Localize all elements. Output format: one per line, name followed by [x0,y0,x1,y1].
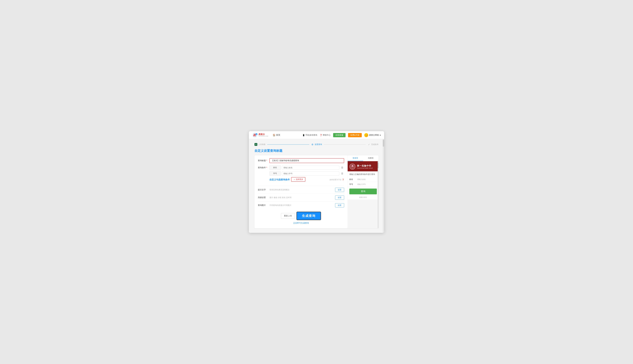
condition-name-label-2: 学号 [270,171,281,176]
dropdown-hint: 如何设置为下拉 ❓ [330,178,344,181]
logo-text: 易查分 [258,133,268,136]
delete-condition-1-icon[interactable]: 🗑 [340,166,344,169]
svg-text:Y: Y [256,134,257,135]
nav-right: 📱 手机发布查询 ❓ 帮助中心 在线客服 续费&升级 😊 易查分帮助 ▾ [302,133,381,137]
settings-row-advanced: 高级设置 显示 修改 分组 签名 定时等 设置 [258,194,344,202]
school-logo: 🌸 ✦ [349,164,356,170]
step-upload-label: 上传表格 [258,143,266,146]
preview-scrollbar[interactable] [378,161,378,228]
generate-hint: 点击即可生成查询 [293,222,309,224]
home-icon: 🏠 [273,134,276,136]
form-card: 查询标题 * 查询条件 * 姓名 [254,156,378,228]
school-name-en: Experimental Middle School [357,168,373,169]
complete-icon: ✓ [368,143,370,146]
condition-name-input[interactable] [282,166,339,170]
query-title-row: 查询标题 * [258,158,344,163]
preview-tab-login[interactable]: 登录页 [348,156,363,161]
custom-label: 自定义勾选查询条件 [270,178,290,181]
logo-sub: YICHAFEN.COM [258,136,268,137]
online-service-button[interactable]: 在线客服 [333,133,346,137]
reupload-button[interactable]: 重新上传 [281,213,295,219]
add-more-button[interactable]: ＋ 选择更多 [291,177,305,182]
logo[interactable]: 易 Y 易查分 YICHAFEN.COM [252,132,268,138]
main-scrollbar[interactable] [383,139,384,233]
question-icon: ❓ [342,179,344,181]
condition-label: 查询条件 * [258,165,268,169]
help-icon: ❓ [320,134,322,136]
steps: X 上传表格 ⚙ 设置查询 ✓ 完成发布 [254,143,378,146]
preview-panel: 登录页 结果页 🌸 ✦ [348,156,378,228]
help-center-link[interactable]: ❓ 帮助中心 [320,134,330,136]
condition-row-name: 姓名 🗑 [270,165,344,170]
nav-home-link[interactable]: 🏠 首页 [273,134,280,136]
scrollbar-thumb [378,162,378,168]
step-settings: ⚙ 设置查询 [311,143,322,146]
svg-text:🌸: 🌸 [352,165,354,167]
preview-query-button[interactable]: 查询 [349,188,377,194]
settings-row-image: 查询图片 不同查询内容显示不同图片 设置 [258,202,344,209]
school-name-block: 第一实验中学 Experimental Middle School [357,164,373,169]
preview-hint-text: 请输入正确的查询条件进行查询 [348,171,378,177]
preview-field-name: 姓名 请输入姓名 [348,177,378,182]
preview-body: 🌸 ✦ 第一实验中学 Experimental Middle School [348,161,378,228]
navbar: 易 Y 易查分 YICHAFEN.COM 🏠 首页 📱 手机发布查询 ❓ 帮助中… [249,131,384,139]
chevron-down-icon: ▾ [380,134,381,136]
preview-tab-result[interactable]: 结果页 [363,156,379,161]
main-scrollbar-thumb [383,140,384,147]
upgrade-button[interactable]: 续费&升级 [348,133,362,137]
settings-row-hint: 提示文字 登录页和结果页说明图文 设置 [258,186,344,194]
action-row: 重新上传 生成查询 点击即可生成查询 [258,209,344,226]
condition-studentid-input[interactable] [282,172,339,176]
condition-name-label-1: 姓名 [270,165,281,170]
form-left: 查询标题 * 查询条件 * 姓名 [254,156,348,228]
browser-window: 易 Y 易查分 YICHAFEN.COM 🏠 首页 📱 手机发布查询 ❓ 帮助中… [249,131,384,233]
action-btns: 重新上传 生成查询 [281,212,321,220]
step-upload: X 上传表格 [254,143,266,146]
settings-icon: ⚙ [311,143,314,146]
preview-school-header: 🌸 ✦ 第一实验中学 Experimental Middle School [348,161,378,171]
preview-footer: 易查分演示 [348,194,378,200]
step-complete-label: 完成发布 [371,143,378,146]
logo-icon: 易 Y [252,132,258,138]
query-title-input[interactable] [270,158,344,163]
add-more-row: 自定义勾选查询条件 ＋ 选择更多 如何设置为下拉 ❓ [270,177,344,182]
step-complete: ✓ 完成发布 [368,143,378,146]
generate-button[interactable]: 生成查询 [296,212,321,220]
school-name-cn: 第一实验中学 [357,164,373,168]
user-avatar: 😊 [364,133,368,137]
advanced-settings-button[interactable]: 设置 [335,196,344,200]
step-settings-label: 设置查询 [315,143,322,146]
svg-text:易: 易 [253,134,256,137]
excel-icon: X [254,143,257,146]
settings-rows: 提示文字 登录页和结果页说明图文 设置 高级设置 显示 修改 分组 签名 定时等… [258,186,344,209]
condition-block: 姓名 🗑 学号 🗑 自定义勾选查询条件 [270,165,344,184]
mobile-publish-link[interactable]: 📱 手机发布查询 [302,134,317,136]
query-title-label: 查询标题 * [258,158,268,162]
preview-tabs: 登录页 结果页 [348,156,378,161]
hint-settings-button[interactable]: 设置 [335,188,344,192]
delete-condition-2-icon[interactable]: 🗑 [340,172,344,175]
page-title: 自定义设置查询标题 [254,149,378,153]
nav-home-label: 首页 [276,134,280,136]
mobile-icon: 📱 [302,134,305,136]
image-settings-button[interactable]: 设置 [335,203,344,208]
conditions-row: 查询条件 * 姓名 🗑 学号 [258,165,344,184]
condition-row-student-id: 学号 🗑 [270,171,344,176]
svg-text:✦: ✦ [352,168,353,169]
user-menu[interactable]: 😊 易查分帮助 ▾ [364,133,381,137]
main-content: X 上传表格 ⚙ 设置查询 ✓ 完成发布 自定义设置查询标题 [249,139,384,233]
preview-field-studentid: 学号 请输入学号 [348,182,378,187]
